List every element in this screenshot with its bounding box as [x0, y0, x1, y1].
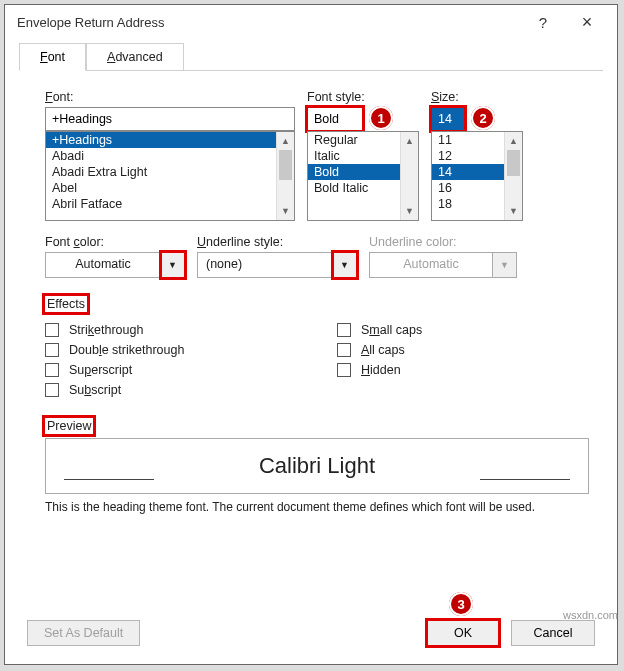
tab-advanced[interactable]: Advanced	[86, 43, 184, 71]
set-default-button[interactable]: Set As Default	[27, 620, 140, 646]
titlebar: Envelope Return Address ? ×	[5, 5, 617, 39]
tab-strip: Font Advanced	[5, 39, 617, 71]
annotation-1: 1	[369, 106, 393, 130]
underline-color-dropdown: Automatic ▼	[369, 252, 517, 278]
scrollbar[interactable]: ▲ ▼	[400, 132, 418, 220]
subscript-checkbox[interactable]: Subscript	[45, 380, 297, 400]
watermark: wsxdn.com	[563, 609, 618, 621]
scrollbar[interactable]: ▲ ▼	[276, 132, 294, 220]
tab-font[interactable]: Font	[19, 43, 86, 71]
size-input[interactable]	[431, 107, 465, 131]
size-listbox[interactable]: 11 12 14 16 18 ▲ ▼	[431, 131, 523, 221]
annotation-2: 2	[471, 106, 495, 130]
small-caps-checkbox[interactable]: Small caps	[337, 320, 589, 340]
checkbox-icon	[45, 343, 59, 357]
preview-heading: Preview	[45, 418, 93, 434]
checkbox-icon	[45, 363, 59, 377]
tab-advanced-label: dvanced	[115, 50, 162, 64]
scroll-up-icon[interactable]: ▲	[505, 132, 522, 150]
double-strikethrough-checkbox[interactable]: Double strikethrough	[45, 340, 297, 360]
preview-box: Calibri Light	[45, 438, 589, 494]
underline-color-label: Underline color:	[369, 235, 517, 249]
underline-style-value: (none)	[197, 252, 333, 278]
scroll-down-icon[interactable]: ▼	[505, 202, 522, 220]
list-item[interactable]: Abril Fatface	[46, 196, 294, 212]
checkbox-icon	[337, 343, 351, 357]
scroll-down-icon[interactable]: ▼	[277, 202, 294, 220]
underline-style-label: Underline style:	[197, 235, 357, 249]
list-item[interactable]: Abel	[46, 180, 294, 196]
list-item[interactable]: Abadi Extra Light	[46, 164, 294, 180]
tab-font-label: ont	[48, 50, 65, 64]
font-style-input[interactable]	[307, 107, 363, 131]
font-color-label: Font color:	[45, 235, 185, 249]
hidden-checkbox[interactable]: Hidden	[337, 360, 589, 380]
size-label: Size:	[431, 90, 523, 104]
checkbox-icon	[45, 383, 59, 397]
scroll-up-icon[interactable]: ▲	[401, 132, 418, 150]
cancel-button[interactable]: Cancel	[511, 620, 595, 646]
scroll-thumb[interactable]	[279, 150, 292, 180]
scroll-up-icon[interactable]: ▲	[277, 132, 294, 150]
checkbox-icon	[337, 363, 351, 377]
preview-hint: This is the heading theme font. The curr…	[45, 500, 589, 514]
scroll-thumb[interactable]	[507, 150, 520, 176]
list-item[interactable]: +Headings	[46, 132, 294, 148]
font-label: Font:	[45, 90, 295, 104]
list-item[interactable]: Abadi	[46, 148, 294, 164]
font-color-dropdown[interactable]: Automatic ▼	[45, 252, 185, 278]
scroll-down-icon[interactable]: ▼	[401, 202, 418, 220]
checkbox-icon	[45, 323, 59, 337]
ok-button[interactable]: OK	[427, 620, 499, 646]
font-style-listbox[interactable]: Regular Italic Bold Bold Italic ▲ ▼	[307, 131, 419, 221]
dialog-title: Envelope Return Address	[17, 15, 521, 30]
font-style-label: Font style:	[307, 90, 419, 104]
font-color-chevron-icon[interactable]: ▼	[161, 252, 185, 278]
underline-color-chevron-icon: ▼	[493, 252, 517, 278]
preview-text: Calibri Light	[259, 453, 375, 479]
font-listbox[interactable]: +Headings Abadi Abadi Extra Light Abel A…	[45, 131, 295, 221]
help-button[interactable]: ?	[521, 14, 565, 31]
font-input[interactable]	[45, 107, 295, 131]
strikethrough-checkbox[interactable]: Strikethrough	[45, 320, 297, 340]
underline-color-value: Automatic	[369, 252, 493, 278]
effects-heading: Effects	[45, 296, 87, 312]
underline-style-dropdown[interactable]: (none) ▼	[197, 252, 357, 278]
dialog-footer: Set As Default 3 OK Cancel	[5, 608, 617, 664]
underline-style-chevron-icon[interactable]: ▼	[333, 252, 357, 278]
font-color-value: Automatic	[45, 252, 161, 278]
superscript-checkbox[interactable]: Superscript	[45, 360, 297, 380]
all-caps-checkbox[interactable]: All caps	[337, 340, 589, 360]
annotation-3: 3	[449, 592, 473, 616]
scrollbar[interactable]: ▲ ▼	[504, 132, 522, 220]
checkbox-icon	[337, 323, 351, 337]
envelope-return-address-dialog: Envelope Return Address ? × Font Advance…	[4, 4, 618, 665]
close-button[interactable]: ×	[565, 12, 609, 33]
